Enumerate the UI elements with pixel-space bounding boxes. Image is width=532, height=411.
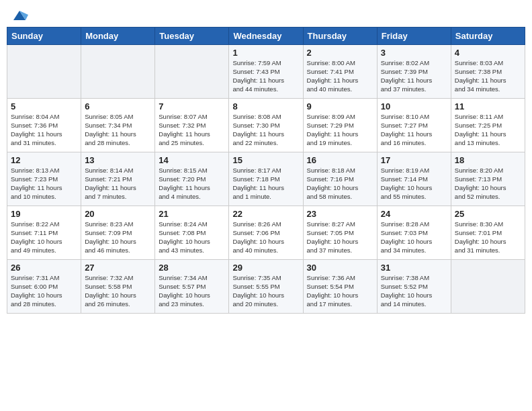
- page-header: [7, 7, 525, 23]
- calendar-week-5: 26Sunrise: 7:31 AM Sunset: 6:00 PM Dayli…: [7, 260, 525, 314]
- day-info: Sunrise: 8:02 AM Sunset: 7:39 PM Dayligh…: [381, 59, 447, 93]
- calendar-cell: 20Sunrise: 8:23 AM Sunset: 7:09 PM Dayli…: [81, 206, 155, 260]
- day-info: Sunrise: 8:18 AM Sunset: 7:16 PM Dayligh…: [307, 167, 373, 201]
- day-number: 18: [455, 155, 521, 165]
- weekday-wednesday: Wednesday: [229, 28, 303, 45]
- day-number: 16: [307, 155, 373, 165]
- calendar-week-3: 12Sunrise: 8:13 AM Sunset: 7:23 PM Dayli…: [7, 152, 525, 206]
- day-info: Sunrise: 8:11 AM Sunset: 7:25 PM Dayligh…: [455, 113, 521, 147]
- day-info: Sunrise: 7:59 AM Sunset: 7:43 PM Dayligh…: [232, 59, 299, 93]
- calendar-cell: 17Sunrise: 8:19 AM Sunset: 7:14 PM Dayli…: [377, 152, 451, 206]
- logo-text: [9, 7, 28, 23]
- day-number: 20: [85, 209, 151, 219]
- calendar-cell: 18Sunrise: 8:20 AM Sunset: 7:13 PM Dayli…: [451, 152, 525, 206]
- day-number: 3: [381, 48, 447, 58]
- calendar-cell: 29Sunrise: 7:35 AM Sunset: 5:55 PM Dayli…: [229, 260, 303, 314]
- day-number: 31: [381, 263, 447, 273]
- day-info: Sunrise: 8:22 AM Sunset: 7:11 PM Dayligh…: [11, 220, 77, 255]
- day-number: 17: [381, 155, 447, 165]
- day-info: Sunrise: 8:23 AM Sunset: 7:09 PM Dayligh…: [85, 220, 151, 255]
- day-number: 4: [455, 48, 521, 58]
- calendar-cell: 2Sunrise: 8:00 AM Sunset: 7:41 PM Daylig…: [303, 45, 377, 99]
- calendar-cell: 14Sunrise: 8:15 AM Sunset: 7:20 PM Dayli…: [155, 152, 229, 206]
- calendar-cell: 15Sunrise: 8:17 AM Sunset: 7:18 PM Dayli…: [229, 152, 303, 206]
- day-number: 26: [11, 263, 77, 273]
- calendar-table: SundayMondayTuesdayWednesdayThursdayFrid…: [7, 27, 525, 314]
- day-info: Sunrise: 8:15 AM Sunset: 7:20 PM Dayligh…: [159, 167, 225, 201]
- calendar-cell: 25Sunrise: 8:30 AM Sunset: 7:01 PM Dayli…: [451, 206, 525, 260]
- day-number: 30: [307, 263, 373, 273]
- day-number: 2: [307, 48, 373, 58]
- day-number: 9: [307, 101, 373, 111]
- day-info: Sunrise: 8:30 AM Sunset: 7:01 PM Dayligh…: [455, 220, 521, 255]
- weekday-thursday: Thursday: [303, 28, 377, 45]
- calendar-cell: 24Sunrise: 8:28 AM Sunset: 7:03 PM Dayli…: [377, 206, 451, 260]
- calendar-cell: [7, 45, 81, 99]
- day-info: Sunrise: 8:08 AM Sunset: 7:30 PM Dayligh…: [232, 113, 299, 147]
- calendar-cell: 21Sunrise: 8:24 AM Sunset: 7:08 PM Dayli…: [155, 206, 229, 260]
- calendar-cell: 8Sunrise: 8:08 AM Sunset: 7:30 PM Daylig…: [229, 99, 303, 152]
- day-number: 6: [85, 101, 151, 111]
- day-number: 14: [159, 155, 225, 165]
- day-number: 15: [232, 155, 299, 165]
- calendar-week-4: 19Sunrise: 8:22 AM Sunset: 7:11 PM Dayli…: [7, 206, 525, 260]
- calendar-cell: [81, 45, 155, 99]
- weekday-saturday: Saturday: [451, 28, 525, 45]
- calendar-cell: 31Sunrise: 7:38 AM Sunset: 5:52 PM Dayli…: [377, 260, 451, 314]
- day-number: 19: [11, 209, 77, 219]
- calendar-cell: 12Sunrise: 8:13 AM Sunset: 7:23 PM Dayli…: [7, 152, 81, 206]
- day-info: Sunrise: 7:34 AM Sunset: 5:57 PM Dayligh…: [159, 274, 225, 308]
- day-number: 1: [232, 48, 299, 58]
- day-number: 28: [159, 263, 225, 273]
- day-number: 8: [232, 101, 299, 111]
- calendar-cell: 27Sunrise: 7:32 AM Sunset: 5:58 PM Dayli…: [81, 260, 155, 314]
- calendar-cell: [451, 260, 525, 314]
- day-info: Sunrise: 8:04 AM Sunset: 7:36 PM Dayligh…: [11, 113, 77, 147]
- calendar-cell: 16Sunrise: 8:18 AM Sunset: 7:16 PM Dayli…: [303, 152, 377, 206]
- day-info: Sunrise: 8:24 AM Sunset: 7:08 PM Dayligh…: [159, 220, 225, 255]
- day-info: Sunrise: 7:32 AM Sunset: 5:58 PM Dayligh…: [85, 274, 151, 308]
- day-info: Sunrise: 8:03 AM Sunset: 7:38 PM Dayligh…: [455, 59, 521, 93]
- day-info: Sunrise: 8:07 AM Sunset: 7:32 PM Dayligh…: [159, 113, 225, 147]
- calendar-cell: 4Sunrise: 8:03 AM Sunset: 7:38 PM Daylig…: [451, 45, 525, 99]
- day-number: 22: [232, 209, 299, 219]
- day-info: Sunrise: 7:36 AM Sunset: 5:54 PM Dayligh…: [307, 274, 373, 308]
- calendar-cell: 3Sunrise: 8:02 AM Sunset: 7:39 PM Daylig…: [377, 45, 451, 99]
- weekday-sunday: Sunday: [7, 28, 81, 45]
- day-info: Sunrise: 8:28 AM Sunset: 7:03 PM Dayligh…: [381, 220, 447, 255]
- day-info: Sunrise: 7:35 AM Sunset: 5:55 PM Dayligh…: [232, 274, 299, 308]
- calendar-cell: 30Sunrise: 7:36 AM Sunset: 5:54 PM Dayli…: [303, 260, 377, 314]
- calendar-week-1: 1Sunrise: 7:59 AM Sunset: 7:43 PM Daylig…: [7, 45, 525, 99]
- day-number: 25: [455, 209, 521, 219]
- day-number: 7: [159, 101, 225, 111]
- calendar-cell: 28Sunrise: 7:34 AM Sunset: 5:57 PM Dayli…: [155, 260, 229, 314]
- day-number: 21: [159, 209, 225, 219]
- calendar-cell: [155, 45, 229, 99]
- calendar-cell: 5Sunrise: 8:04 AM Sunset: 7:36 PM Daylig…: [7, 99, 81, 152]
- day-number: 5: [11, 101, 77, 111]
- day-number: 12: [11, 155, 77, 165]
- day-number: 13: [85, 155, 151, 165]
- day-info: Sunrise: 8:26 AM Sunset: 7:06 PM Dayligh…: [232, 220, 299, 255]
- calendar-cell: 10Sunrise: 8:10 AM Sunset: 7:27 PM Dayli…: [377, 99, 451, 152]
- day-number: 24: [381, 209, 447, 219]
- day-number: 10: [381, 101, 447, 111]
- day-info: Sunrise: 8:13 AM Sunset: 7:23 PM Dayligh…: [11, 167, 77, 201]
- weekday-tuesday: Tuesday: [155, 28, 229, 45]
- day-info: Sunrise: 8:27 AM Sunset: 7:05 PM Dayligh…: [307, 220, 373, 255]
- day-info: Sunrise: 8:09 AM Sunset: 7:29 PM Dayligh…: [307, 113, 373, 147]
- day-info: Sunrise: 8:17 AM Sunset: 7:18 PM Dayligh…: [232, 167, 299, 201]
- calendar-cell: 9Sunrise: 8:09 AM Sunset: 7:29 PM Daylig…: [303, 99, 377, 152]
- day-info: Sunrise: 8:10 AM Sunset: 7:27 PM Dayligh…: [381, 113, 447, 147]
- day-info: Sunrise: 7:31 AM Sunset: 6:00 PM Dayligh…: [11, 274, 77, 308]
- day-number: 23: [307, 209, 373, 219]
- calendar-week-2: 5Sunrise: 8:04 AM Sunset: 7:36 PM Daylig…: [7, 99, 525, 152]
- day-number: 29: [232, 263, 299, 273]
- day-info: Sunrise: 7:38 AM Sunset: 5:52 PM Dayligh…: [381, 274, 447, 308]
- calendar-cell: 7Sunrise: 8:07 AM Sunset: 7:32 PM Daylig…: [155, 99, 229, 152]
- day-info: Sunrise: 8:19 AM Sunset: 7:14 PM Dayligh…: [381, 167, 447, 201]
- calendar-cell: 26Sunrise: 7:31 AM Sunset: 6:00 PM Dayli…: [7, 260, 81, 314]
- calendar-cell: 22Sunrise: 8:26 AM Sunset: 7:06 PM Dayli…: [229, 206, 303, 260]
- day-number: 11: [455, 101, 521, 111]
- day-info: Sunrise: 8:14 AM Sunset: 7:21 PM Dayligh…: [85, 167, 151, 201]
